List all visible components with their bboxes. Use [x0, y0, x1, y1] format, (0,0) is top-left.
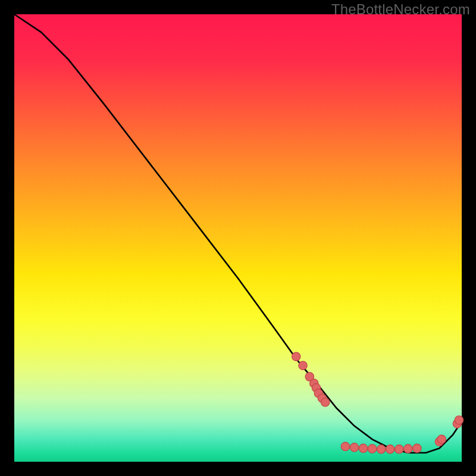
data-dot — [413, 444, 421, 452]
data-dot — [377, 445, 385, 453]
bottleneck-curve — [14, 14, 462, 453]
data-dots-group — [292, 352, 464, 453]
data-dot — [386, 445, 394, 453]
data-dot — [404, 444, 412, 453]
data-dot — [437, 435, 446, 443]
watermark-text: TheBottleNecker.com — [331, 1, 470, 18]
data-dot — [292, 352, 300, 361]
chart-frame: TheBottleNecker.com — [0, 0, 476, 476]
chart-overlay-svg — [14, 14, 462, 462]
data-dot — [359, 444, 367, 452]
data-dot — [368, 444, 376, 453]
data-dot — [455, 416, 463, 424]
data-dot — [341, 442, 349, 450]
data-dot — [321, 398, 329, 406]
data-dot — [299, 361, 307, 369]
data-dot — [395, 445, 403, 453]
data-dot — [350, 443, 358, 452]
